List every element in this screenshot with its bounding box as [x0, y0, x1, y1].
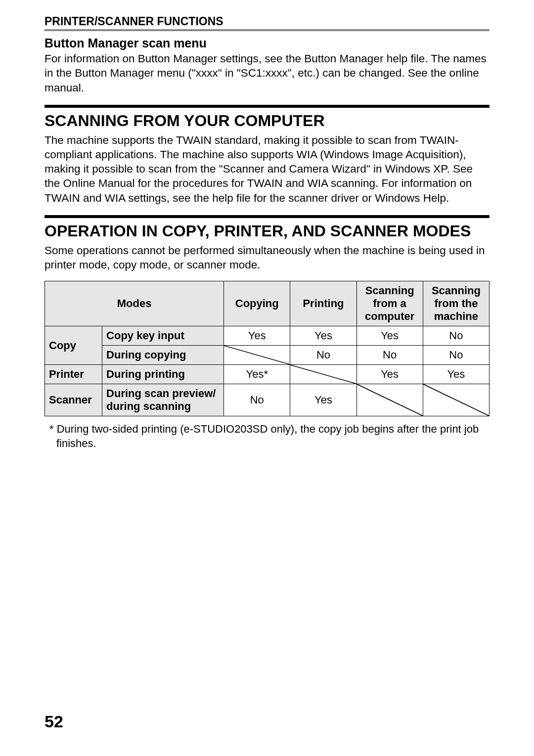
cell-value: No [290, 346, 356, 365]
cell-value: Yes [224, 326, 290, 346]
cell-value: Yes [290, 326, 356, 346]
th-scan-machine: Scanning from the machine [423, 281, 489, 326]
cell-value: No [224, 384, 290, 416]
svg-line-2 [357, 384, 423, 416]
heading-scanning-computer: SCANNING FROM YOUR COMPUTER [44, 112, 490, 130]
cell-diagonal [224, 346, 290, 365]
body-text-scanning-computer: The machine supports the TWAIN standard,… [44, 133, 490, 205]
cell-value: Yes [356, 365, 423, 384]
cell-diagonal [423, 384, 489, 416]
divider-rule [44, 215, 490, 218]
th-copying: Copying [224, 281, 290, 326]
row-state: During scan preview/ during scanning [102, 384, 224, 416]
cell-value: Yes [356, 326, 423, 346]
cell-value: No [356, 346, 423, 365]
svg-line-3 [423, 384, 489, 416]
cell-value: No [423, 346, 489, 365]
cell-value: Yes [423, 365, 489, 384]
cell-value: No [423, 326, 489, 346]
row-group-scanner: Scanner [45, 384, 102, 416]
th-printing: Printing [290, 281, 356, 326]
th-scan-computer: Scanning from a computer [356, 281, 423, 326]
row-state: During printing [102, 365, 224, 384]
table-row: During copying No No No [45, 346, 490, 365]
divider-rule [44, 105, 490, 108]
table-row: Copy Copy key input Yes Yes Yes No [45, 326, 490, 346]
cell-value: Yes [290, 384, 356, 416]
cell-diagonal [290, 365, 356, 384]
table-header-row: Modes Copying Printing Scanning from a c… [45, 281, 490, 326]
th-modes: Modes [45, 281, 224, 326]
page-number: 52 [44, 712, 63, 731]
modes-table: Modes Copying Printing Scanning from a c… [44, 281, 490, 416]
svg-line-0 [224, 346, 290, 364]
row-state: During copying [102, 346, 224, 365]
subsection-title-button-manager: Button Manager scan menu [44, 36, 490, 50]
row-group-copy: Copy [45, 326, 102, 365]
table-row: Printer During printing Yes* Yes Yes [45, 365, 490, 384]
svg-line-1 [290, 365, 356, 384]
body-text-button-manager: For information on Button Manager settin… [44, 51, 490, 95]
body-text-operation-modes: Some operations cannot be performed simu… [44, 243, 490, 272]
cell-diagonal [356, 384, 423, 416]
table-row: Scanner During scan preview/ during scan… [45, 384, 490, 416]
row-group-printer: Printer [45, 365, 102, 384]
footnote: * During two-sided printing (e-STUDIO203… [44, 422, 490, 450]
cell-value: Yes* [224, 365, 290, 384]
page-header: PRINTER/SCANNER FUNCTIONS [44, 15, 490, 31]
row-state: Copy key input [102, 326, 224, 346]
heading-operation-modes: OPERATION IN COPY, PRINTER, AND SCANNER … [44, 222, 490, 240]
